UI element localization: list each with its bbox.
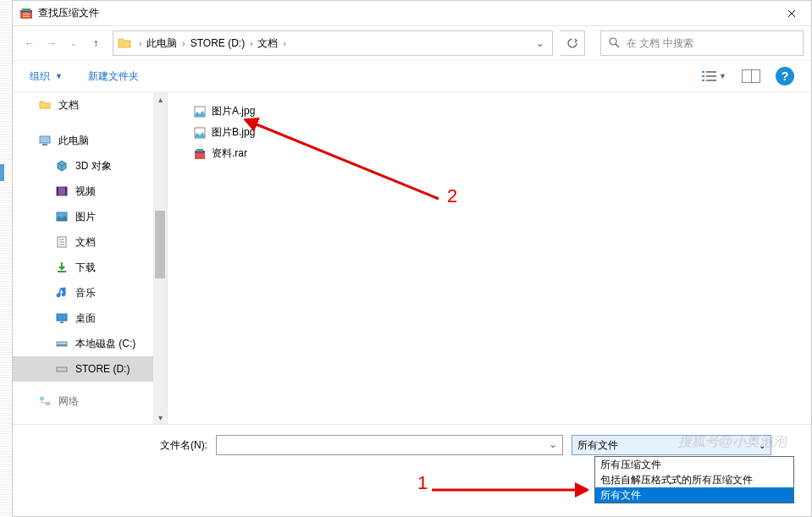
breadcrumb-sep: › xyxy=(279,39,289,48)
image-icon xyxy=(193,105,207,118)
sidebar-item-this-pc[interactable]: 此电脑 xyxy=(13,128,167,153)
annotation-arrow-1 xyxy=(428,477,588,503)
sidebar-label: 文档 xyxy=(58,98,79,113)
breadcrumb-pc[interactable]: 此电脑 xyxy=(145,36,179,51)
drive-icon xyxy=(55,337,69,350)
sidebar-item-music[interactable]: 音乐 xyxy=(13,280,167,305)
sidebar-label: 文档 xyxy=(75,235,96,250)
sidebar-label: 图片 xyxy=(75,210,96,224)
sidebar-item-drive-d[interactable]: STORE (D:) xyxy=(13,356,167,382)
close-button[interactable] xyxy=(772,1,811,26)
file-list[interactable]: 图片A.jpg 图片B.jpg 资料.rar 2 xyxy=(168,92,811,424)
address-bar[interactable]: › 此电脑 › STORE (D:) › 文档 › ⌄ xyxy=(113,30,553,56)
file-name: 图片B.jpg xyxy=(212,125,255,140)
chevron-down-icon: ▼ xyxy=(719,72,726,80)
svg-rect-12 xyxy=(706,75,716,77)
scroll-thumb[interactable] xyxy=(155,211,165,278)
drive-icon xyxy=(55,362,69,376)
sidebar-item-videos[interactable]: 视频 xyxy=(13,179,167,204)
svg-rect-17 xyxy=(57,187,58,195)
sidebar: 文档 此电脑 3D 对象 视频 图片 文档 xyxy=(13,92,168,424)
sidebar-item-downloads[interactable]: 下载 xyxy=(13,255,167,280)
sidebar-label: 视频 xyxy=(75,184,96,199)
file-item-jpg-b[interactable]: 图片B.jpg xyxy=(193,122,786,143)
refresh-icon xyxy=(566,37,578,49)
up-button[interactable]: ↑ xyxy=(86,33,106,53)
filetype-dropdown[interactable]: 所有压缩文件 包括自解压格式式的所有压缩文件 所有文件 xyxy=(594,456,794,503)
rar-icon xyxy=(193,147,207,161)
winrar-icon xyxy=(19,7,33,20)
back-button[interactable]: ← xyxy=(19,33,40,53)
sidebar-item-documents-quick[interactable]: 文档 xyxy=(13,92,167,118)
svg-rect-14 xyxy=(40,136,50,143)
left-margin-deco xyxy=(0,0,12,517)
filename-input[interactable]: ⌄ xyxy=(216,435,563,455)
svg-rect-2 xyxy=(22,8,30,11)
view-mode-button[interactable]: ▼ xyxy=(702,70,726,82)
scroll-up-icon[interactable]: ▴ xyxy=(153,92,167,106)
svg-rect-29 xyxy=(57,367,67,371)
nav-bar: ← → ⌄ ↑ › 此电脑 › STORE (D:) › 文档 › ⌄ 在 文档… xyxy=(13,26,811,60)
svg-rect-11 xyxy=(706,71,716,73)
pc-icon xyxy=(38,134,52,147)
scroll-down-icon[interactable]: ▾ xyxy=(153,410,167,424)
sidebar-item-documents[interactable]: 文档 xyxy=(13,229,167,255)
sidebar-item-pictures[interactable]: 图片 xyxy=(13,204,167,229)
svg-rect-25 xyxy=(57,314,67,321)
filetype-selected: 所有文件 xyxy=(577,438,618,453)
filename-label: 文件名(N): xyxy=(30,438,207,453)
help-button[interactable]: ? xyxy=(776,67,794,85)
breadcrumb-folder[interactable]: 文档 xyxy=(256,36,279,51)
svg-rect-10 xyxy=(702,80,704,81)
forward-button[interactable]: → xyxy=(41,33,62,53)
file-name: 资料.rar xyxy=(212,146,247,161)
sidebar-item-desktop[interactable]: 桌面 xyxy=(13,305,167,331)
sidebar-label: 此电脑 xyxy=(58,134,89,148)
picture-icon xyxy=(55,210,69,223)
chevron-down-icon[interactable]: ⌄ xyxy=(549,438,557,450)
sidebar-label: STORE (D:) xyxy=(75,363,130,375)
search-input[interactable]: 在 文档 中搜索 xyxy=(600,30,804,56)
svg-rect-13 xyxy=(706,80,716,81)
svg-rect-18 xyxy=(65,187,67,195)
address-dropdown-icon[interactable]: ⌄ xyxy=(532,37,549,49)
organize-menu[interactable]: 组织 xyxy=(30,69,50,84)
image-icon xyxy=(193,126,207,140)
music-icon xyxy=(55,286,69,300)
file-item-jpg-a[interactable]: 图片A.jpg xyxy=(193,101,786,122)
sidebar-label: 本地磁盘 (C:) xyxy=(75,337,135,351)
folder-icon xyxy=(38,98,52,112)
desktop-icon xyxy=(55,311,69,325)
svg-point-6 xyxy=(610,38,616,45)
svg-rect-5 xyxy=(23,16,30,17)
filetype-option-sfx[interactable]: 包括自解压格式式的所有压缩文件 xyxy=(595,472,793,487)
recent-dropdown[interactable]: ⌄ xyxy=(64,33,84,53)
cube-icon xyxy=(55,159,69,173)
svg-rect-36 xyxy=(196,149,203,151)
sidebar-item-3d-objects[interactable]: 3D 对象 xyxy=(13,153,167,179)
file-item-rar[interactable]: 资料.rar xyxy=(193,143,786,164)
refresh-button[interactable] xyxy=(560,30,585,56)
filetype-option-all[interactable]: 所有文件 xyxy=(595,487,793,503)
network-icon xyxy=(38,394,52,408)
search-icon xyxy=(608,36,620,51)
sidebar-item-drive-c[interactable]: 本地磁盘 (C:) xyxy=(13,331,167,356)
body-area: 文档 此电脑 3D 对象 视频 图片 文档 xyxy=(13,92,811,424)
preview-pane-button[interactable] xyxy=(742,69,760,83)
sidebar-label: 桌面 xyxy=(75,311,96,326)
new-folder-button[interactable]: 新建文件夹 xyxy=(88,69,139,84)
title-bar: 查找压缩文件 xyxy=(13,1,811,26)
toolbar: 组织 ▼ 新建文件夹 ▼ ? xyxy=(13,60,811,92)
annotation-label-2: 2 xyxy=(447,185,457,207)
dialog-title: 查找压缩文件 xyxy=(38,6,772,20)
folder-icon xyxy=(117,36,132,51)
breadcrumb-drive[interactable]: STORE (D:) xyxy=(189,37,246,49)
search-placeholder: 在 文档 中搜索 xyxy=(627,36,693,51)
sidebar-label: 下载 xyxy=(75,261,96,275)
sidebar-scrollbar[interactable]: ▴ ▾ xyxy=(153,92,167,424)
organize-chevron-icon: ▼ xyxy=(55,72,63,80)
filetype-option-archives[interactable]: 所有压缩文件 xyxy=(595,457,793,472)
sidebar-item-network[interactable]: 网络 xyxy=(13,388,167,414)
view-icon xyxy=(702,70,717,82)
sidebar-label: 3D 对象 xyxy=(75,159,112,173)
